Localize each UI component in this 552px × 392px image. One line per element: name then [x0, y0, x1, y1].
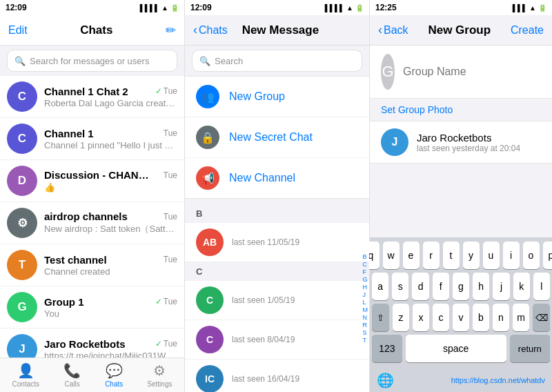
tab-icon: ⚙: [153, 362, 166, 379]
key-x[interactable]: x: [413, 304, 429, 331]
alpha-letter[interactable]: C: [363, 261, 368, 268]
search-input-2[interactable]: 🔍 Search: [192, 50, 362, 72]
contact-item[interactable]: AB last seen 11/05/19: [185, 223, 369, 262]
edit-button[interactable]: Edit: [8, 24, 28, 37]
chevron-left-icon-2: ‹: [193, 23, 197, 37]
alpha-letter[interactable]: N: [363, 314, 368, 321]
key-u[interactable]: u: [483, 242, 500, 269]
tab-item-settings[interactable]: ⚙Settings: [147, 362, 172, 388]
search-icon-2: 🔍: [199, 56, 210, 66]
back-label-2: Chats: [199, 24, 228, 37]
key-n[interactable]: n: [493, 304, 509, 331]
create-button[interactable]: Create: [511, 24, 544, 37]
key-d[interactable]: d: [412, 273, 428, 300]
alpha-letter[interactable]: R: [363, 322, 368, 329]
check-mark: ✓: [155, 297, 162, 306]
menu-item[interactable]: 🔒 New Secret Chat: [185, 117, 369, 158]
alpha-letter[interactable]: B: [363, 253, 368, 260]
time-1: 12:09: [6, 3, 27, 12]
key-c[interactable]: c: [433, 304, 449, 331]
back-button-3[interactable]: ‹ Back: [378, 23, 408, 37]
contact-status: last seen 11/05/19: [232, 237, 358, 247]
shift-key[interactable]: ⇧: [372, 304, 389, 331]
tab-icon: 💬: [106, 362, 123, 379]
check-mark: ✓: [155, 86, 162, 96]
chat-item[interactable]: D Discussion - CHANNEL 1 🔔 Tue 👍: [0, 160, 184, 202]
search-bar-1: 🔍 Search for messages or users: [0, 46, 184, 76]
key-l[interactable]: l: [533, 273, 550, 300]
key-g[interactable]: g: [453, 273, 469, 300]
key-k[interactable]: k: [513, 273, 530, 300]
tab-item-calls[interactable]: 📞Calls: [63, 362, 81, 388]
key-m[interactable]: m: [513, 304, 529, 331]
group-avatar[interactable]: G: [381, 54, 395, 90]
key-h[interactable]: h: [473, 273, 489, 300]
chat-avatar: D: [7, 166, 37, 196]
contact-item[interactable]: C last seen 1/05/19: [185, 281, 369, 320]
new-group-title: New Group: [428, 23, 491, 37]
alpha-letter[interactable]: S: [363, 329, 368, 336]
key-a[interactable]: a: [372, 273, 388, 300]
alpha-letter[interactable]: M: [363, 306, 368, 313]
delete-key[interactable]: ⌫: [533, 304, 550, 331]
tab-label: Calls: [64, 380, 79, 388]
key-i[interactable]: i: [503, 242, 520, 269]
key-w[interactable]: w: [383, 242, 400, 269]
key-r[interactable]: r: [423, 242, 440, 269]
status-bar-3: 12:25 ▌▌▌ ▲ 🔋: [370, 0, 552, 15]
alpha-letter[interactable]: J: [363, 291, 368, 298]
set-group-photo-link[interactable]: Set Group Photo: [370, 99, 552, 121]
key-y[interactable]: y: [463, 242, 480, 269]
contact-item[interactable]: IC last seen 16/04/19: [185, 360, 369, 392]
alpha-letter[interactable]: L: [363, 299, 368, 306]
tab-item-contacts[interactable]: 👤Contacts: [12, 362, 39, 388]
menu-item[interactable]: 📢 New Channel: [185, 158, 369, 198]
search-placeholder-1: Search for messages or users: [30, 56, 149, 66]
key-b[interactable]: b: [473, 304, 489, 331]
chevron-left-icon-3: ‹: [378, 23, 382, 37]
camera-icon: G: [382, 63, 393, 81]
chat-item[interactable]: T Test channel Tue Channel created: [0, 244, 184, 286]
alpha-letter[interactable]: T: [363, 337, 368, 344]
key-z[interactable]: z: [393, 304, 409, 331]
keyboard-row: ⇧zxcvbnm⌫: [372, 304, 550, 331]
return-key[interactable]: return: [510, 335, 550, 362]
key-e[interactable]: e: [403, 242, 420, 269]
signal-icon: ▌▌▌▌: [140, 4, 159, 12]
key-o[interactable]: o: [523, 242, 540, 269]
contact-avatar: C: [196, 326, 224, 353]
contact-status: last seen 1/05/19: [232, 295, 358, 305]
menu-item[interactable]: 👥 New Group: [185, 77, 369, 117]
chat-time: ✓ Tue: [155, 86, 177, 96]
compose-icon[interactable]: ✏: [166, 23, 176, 38]
chat-time: Tue: [164, 255, 177, 264]
num-key[interactable]: 123: [372, 335, 402, 362]
key-p[interactable]: p: [543, 242, 553, 269]
tab-item-chats[interactable]: 💬Chats: [105, 362, 123, 388]
globe-icon[interactable]: 🌐: [377, 372, 394, 389]
key-j[interactable]: j: [493, 273, 509, 300]
back-button-2[interactable]: ‹ Chats: [193, 23, 228, 37]
space-key[interactable]: space: [406, 335, 506, 362]
check-mark: ✓: [155, 339, 162, 349]
search-input-1[interactable]: 🔍 Search for messages or users: [7, 50, 177, 72]
tab-label: Settings: [147, 380, 172, 388]
key-f[interactable]: f: [433, 273, 449, 300]
alpha-letter[interactable]: H: [363, 284, 368, 291]
url-text[interactable]: https://blog.csdn.net/whatdv: [451, 376, 545, 384]
signal-icon-2: ▌▌▌▌: [325, 4, 344, 12]
key-s[interactable]: s: [392, 273, 408, 300]
alpha-letter[interactable]: F: [363, 268, 368, 275]
alpha-index: BCFGHJLMNRST: [363, 204, 368, 392]
chat-item[interactable]: J Jaro Rocketbots ✓ Tue https://t.me/joi…: [0, 329, 184, 357]
group-name-input[interactable]: [403, 66, 541, 78]
chat-item[interactable]: ⚙ airdrop channels Tue New airdrop : Sat…: [0, 202, 184, 244]
contact-item[interactable]: C last seen 8/04/19: [185, 320, 369, 360]
alpha-letter[interactable]: G: [363, 276, 368, 283]
key-v[interactable]: v: [453, 304, 469, 331]
chat-item[interactable]: C Channel 1 Tue Channel 1 pinned "Hello …: [0, 118, 184, 160]
chat-item[interactable]: C Channel 1 Chat 2 ✓ Tue Roberta Dal Lag…: [0, 76, 184, 118]
key-t[interactable]: t: [443, 242, 460, 269]
chats-title: Chats: [80, 23, 112, 37]
chat-item[interactable]: G Group 1 ✓ Tue You: [0, 286, 184, 329]
